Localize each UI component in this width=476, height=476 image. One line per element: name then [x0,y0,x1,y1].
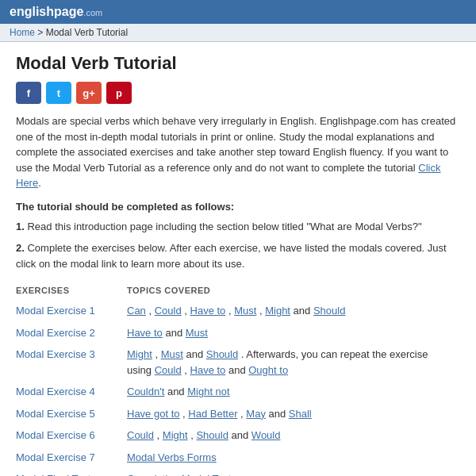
breadcrumb-bar: Home > Modal Verb Tutorial [0,24,476,42]
exercise-link-2[interactable]: Modal Exercise 2 [16,327,95,339]
main-content: Modal Verb Tutorial f t g+ p Modals are … [0,42,476,476]
breadcrumb-current: Modal Verb Tutorial [46,27,128,38]
pinterest-button[interactable]: p [106,82,132,104]
topic-separator: , [152,348,161,360]
exercise-link-8[interactable]: Modal Final Test [16,473,90,476]
exercise-link-1[interactable]: Modal Exercise 1 [16,305,95,317]
topic-link[interactable]: May [246,408,266,420]
col-exercises-header: EXERCISES [16,282,127,300]
topic-link[interactable]: Must [234,305,256,317]
step-2-num: 2. [16,242,25,254]
gplus-button[interactable]: g+ [76,82,102,104]
exercise-link-7[interactable]: Modal Exercise 7 [16,451,95,463]
step-1: 1. Read this introduction page including… [16,219,460,235]
step-2: 2. Complete the exercises below. After e… [16,240,460,271]
topic-separator: and [183,348,206,360]
topic-link[interactable]: Have got to [127,408,180,420]
topic-separator: and [225,364,248,376]
home-link[interactable]: Home [10,27,35,38]
topic-link[interactable]: Might [127,348,152,360]
topic-link[interactable]: Have to [190,364,226,376]
topic-link[interactable]: Ought to [248,364,288,376]
topic-separator: , [225,305,234,317]
topic-link[interactable]: Modal Verbs Forms [127,451,217,463]
topic-link[interactable]: Could [155,364,182,376]
intro-paragraph: Modals are special verbs which behave ve… [16,113,460,191]
table-row: Modal Exercise 4Couldn't and Might not [16,381,460,403]
exercise-link-3[interactable]: Modal Exercise 3 [16,348,95,360]
table-row: Modal Exercise 5Have got to , Had Better… [16,403,460,425]
table-row: Modal Exercise 7Modal Verbs Forms [16,447,460,469]
topic-separator: and [266,408,289,420]
topic-link[interactable]: Should [206,348,238,360]
topic-separator: , [180,408,189,420]
topic-separator: and [164,386,187,397]
table-row: Modal Final TestCumulative Modal Test [16,468,460,476]
topic-link[interactable]: Had Better [188,408,237,420]
topic-link[interactable]: Shall [289,408,312,420]
step-1-text: Read this introduction page including th… [27,221,421,232]
site-header: englishpage.com [0,0,476,24]
facebook-button[interactable]: f [16,82,41,104]
step-1-num: 1. [16,221,25,232]
page-title: Modal Verb Tutorial [16,53,460,74]
exercises-table: EXERCISES TOPICS COVERED Modal Exercise … [16,282,460,476]
topic-link[interactable]: Might not [187,386,229,397]
topic-separator: , [188,429,197,441]
exercise-link-5[interactable]: Modal Exercise 5 [16,408,95,420]
topic-separator: , [256,305,265,317]
topic-link[interactable]: Couldn't [127,386,164,397]
exercise-link-6[interactable]: Modal Exercise 6 [16,429,95,441]
topic-separator: and [290,305,313,317]
table-row: Modal Exercise 2Have to and Must [16,322,460,344]
col-topics-header: TOPICS COVERED [127,282,460,300]
topic-link[interactable]: Would [251,429,281,441]
topic-link[interactable]: Should [313,305,345,317]
topic-link[interactable]: Have to [190,305,226,317]
topic-separator: , [146,305,155,317]
intro-text-content: Modals are special verbs which behave ve… [16,115,455,174]
topic-link[interactable]: Must [186,327,208,339]
exercises-section: EXERCISES TOPICS COVERED Modal Exercise … [16,282,460,476]
topic-link[interactable]: Could [127,429,154,441]
topic-link[interactable]: Can [127,305,146,317]
topic-separator: , [238,408,247,420]
topic-separator: and [163,327,186,339]
exercise-link-4[interactable]: Modal Exercise 4 [16,386,95,397]
table-row: Modal Exercise 1Can , Could , Have to , … [16,300,460,322]
topic-link[interactable]: Could [155,305,182,317]
topic-separator: , [182,364,190,376]
topic-link[interactable]: Might [265,305,290,317]
step-2-text: Complete the exercises below. After each… [16,242,447,270]
twitter-button[interactable]: t [46,82,71,104]
table-row: Modal Exercise 6Could , Might , Should a… [16,424,460,447]
topic-link[interactable]: Must [161,348,183,360]
topic-link[interactable]: Cumulative Modal Test [127,473,231,476]
topic-link[interactable]: Have to [127,327,163,339]
topic-separator: , [154,429,163,441]
topic-separator: , [182,305,190,317]
topic-link[interactable]: Might [163,429,188,441]
topic-link[interactable]: Should [196,429,228,441]
site-tld: .com [83,8,102,17]
breadcrumb-separator: > [37,27,45,38]
instructions-heading: The tutorial should be completed as foll… [16,201,460,213]
site-name: englishpage.com [10,5,102,18]
social-buttons-group: f t g+ p [16,82,460,104]
site-name-text: englishpage [10,5,83,18]
table-row: Modal Exercise 3Might , Must and Should … [16,344,460,381]
topic-separator: and [228,429,251,441]
